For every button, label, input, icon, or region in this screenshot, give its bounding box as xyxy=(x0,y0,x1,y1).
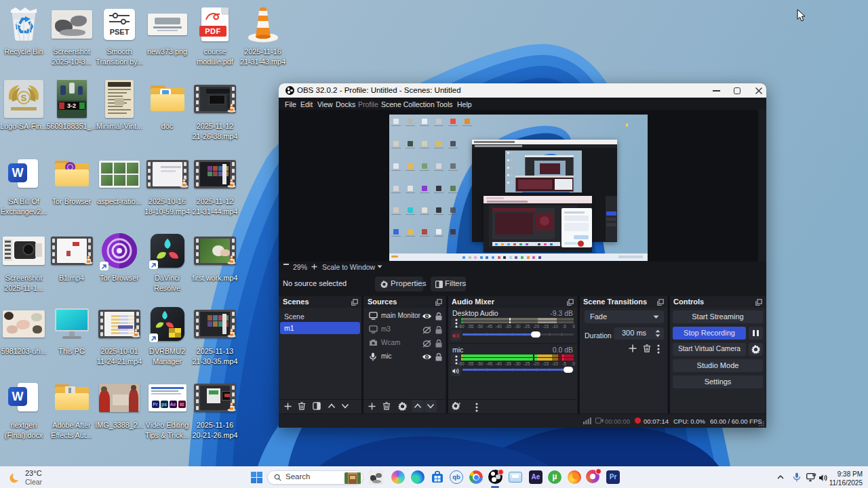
svg-text:S: S xyxy=(21,93,27,103)
